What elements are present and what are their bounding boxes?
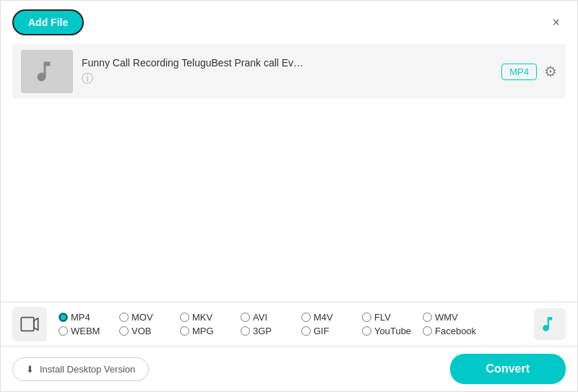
- video-icon: [20, 314, 40, 334]
- format-option-gif[interactable]: GIF: [301, 326, 359, 336]
- file-info: Funny Call Recording TeluguBest Prank ca…: [82, 57, 493, 87]
- action-row: ⬇ Install Desktop Version Convert: [1, 347, 577, 391]
- format-radio-vob[interactable]: [119, 326, 129, 336]
- format-radio-mov[interactable]: [119, 313, 129, 322]
- svg-line-2: [34, 328, 38, 331]
- format-option-mpg[interactable]: MPG: [180, 326, 238, 336]
- format-label-gif: GIF: [314, 326, 329, 336]
- file-thumbnail: [21, 50, 73, 93]
- format-options: MP4MOVMKVAVIM4VFLVWMV WEBMVOBMPG3GPGIFYo…: [59, 312, 528, 336]
- format-label-facebook: Facebook: [435, 326, 476, 336]
- svg-line-1: [34, 318, 38, 321]
- format-label-mkv: MKV: [192, 312, 212, 323]
- format-radio-gif[interactable]: [301, 326, 311, 336]
- format-label-m4v: M4V: [314, 312, 333, 323]
- format-option-mkv[interactable]: MKV: [180, 312, 238, 323]
- format-label-flv: FLV: [374, 312, 391, 323]
- format-radio-mkv[interactable]: [180, 313, 189, 322]
- settings-icon[interactable]: ⚙: [544, 63, 557, 80]
- music-format-icon: [540, 315, 559, 334]
- format-option-mov[interactable]: MOV: [119, 312, 177, 323]
- add-file-button[interactable]: Add File: [12, 9, 84, 35]
- svg-rect-0: [21, 318, 34, 331]
- format-option-flv[interactable]: FLV: [362, 312, 420, 323]
- format-label-mov: MOV: [131, 312, 153, 323]
- format-radio-facebook[interactable]: [423, 326, 432, 336]
- file-name: Funny Call Recording TeluguBest Prank ca…: [82, 57, 493, 69]
- format-label-youtube: YouTube: [374, 326, 411, 336]
- format-radio-wmv[interactable]: [423, 313, 432, 322]
- format-label-avi: AVI: [253, 312, 267, 323]
- format-label-webm: WEBM: [71, 326, 100, 336]
- format-option-avi[interactable]: AVI: [241, 312, 298, 323]
- format-radio-youtube[interactable]: [362, 326, 371, 336]
- download-icon: ⬇: [26, 364, 34, 375]
- format-radio-avi[interactable]: [241, 313, 250, 322]
- main-content: [1, 99, 577, 323]
- format-radio-mp4[interactable]: [59, 313, 68, 322]
- format-option-mp4[interactable]: MP4: [59, 312, 116, 323]
- convert-button[interactable]: Convert: [450, 354, 566, 384]
- video-format-icon-box[interactable]: [12, 307, 47, 341]
- info-icon[interactable]: ⓘ: [82, 71, 493, 87]
- format-selector-row: MP4MOVMKVAVIM4VFLVWMV WEBMVOBMPG3GPGIFYo…: [1, 302, 577, 347]
- format-label-mpg: MPG: [192, 326, 214, 336]
- format-label-vob: VOB: [131, 326, 151, 336]
- format-label-wmv: WMV: [435, 312, 458, 323]
- format-option-3gp[interactable]: 3GP: [241, 326, 298, 336]
- format-option-wmv[interactable]: WMV: [423, 312, 480, 323]
- format-option-vob[interactable]: VOB: [119, 326, 177, 336]
- format-option-m4v[interactable]: M4V: [301, 312, 359, 323]
- format-label-3gp: 3GP: [253, 326, 272, 336]
- format-option-youtube[interactable]: YouTube: [362, 326, 420, 336]
- header: Add File ×: [1, 1, 577, 44]
- bottom-panel: MP4MOVMKVAVIM4VFLVWMV WEBMVOBMPG3GPGIFYo…: [1, 302, 577, 391]
- format-radio-3gp[interactable]: [241, 326, 250, 336]
- format-radio-mpg[interactable]: [180, 326, 189, 336]
- format-radio-webm[interactable]: [59, 326, 68, 336]
- format-options-row-1: MP4MOVMKVAVIM4VFLVWMV: [59, 312, 528, 323]
- format-label-mp4: MP4: [71, 312, 90, 323]
- install-label: Install Desktop Version: [40, 364, 135, 375]
- format-option-webm[interactable]: WEBM: [59, 326, 116, 336]
- close-button[interactable]: ×: [546, 12, 566, 33]
- format-options-row-2: WEBMVOBMPG3GPGIFYouTubeFacebook: [59, 326, 528, 336]
- install-desktop-button[interactable]: ⬇ Install Desktop Version: [12, 357, 149, 381]
- file-list-item: Funny Call Recording TeluguBest Prank ca…: [12, 44, 566, 99]
- music-format-icon-box[interactable]: [534, 308, 566, 340]
- file-actions: MP4 ⚙: [501, 63, 557, 80]
- format-option-facebook[interactable]: Facebook: [423, 326, 480, 336]
- format-badge[interactable]: MP4: [501, 64, 537, 80]
- format-radio-m4v[interactable]: [301, 313, 311, 322]
- format-radio-flv[interactable]: [362, 313, 371, 322]
- music-thumb-icon: [34, 58, 60, 84]
